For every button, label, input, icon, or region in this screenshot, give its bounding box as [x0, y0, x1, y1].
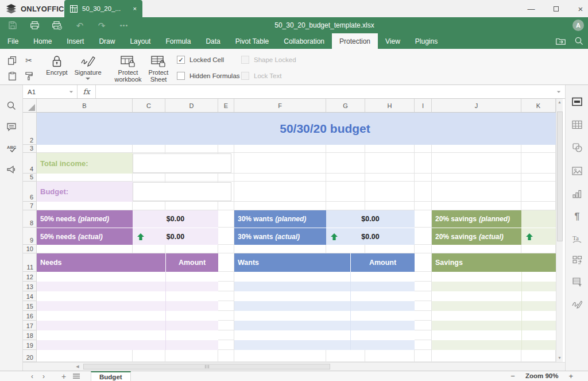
table-row[interactable] — [234, 291, 415, 301]
grid-cell[interactable] — [415, 245, 432, 253]
grid-cell[interactable] — [37, 350, 133, 362]
needs-planned-value-cell[interactable]: $0.00 — [133, 210, 218, 228]
tab-plugins[interactable]: Plugins — [408, 33, 445, 49]
column-header-C[interactable]: C — [133, 99, 165, 113]
grid-cell[interactable] — [415, 311, 432, 321]
grid-cell[interactable] — [165, 174, 218, 182]
image-settings-icon[interactable] — [572, 166, 582, 176]
table-row[interactable] — [432, 301, 556, 311]
table-settings-icon[interactable] — [572, 120, 582, 130]
column-header-G[interactable]: G — [326, 99, 365, 113]
redo-button[interactable]: ↷ — [96, 20, 107, 31]
tab-draw[interactable]: Draw — [91, 33, 122, 49]
cell-settings-icon[interactable] — [572, 97, 582, 107]
grid-cell[interactable] — [365, 182, 415, 202]
row-header-17[interactable]: 17 — [23, 321, 37, 330]
row-header-13[interactable]: 13 — [23, 282, 37, 291]
grid-cell[interactable] — [218, 245, 234, 253]
savings-actual-label-cell[interactable]: 20% savings(actual) — [432, 228, 521, 245]
grid-cell[interactable] — [432, 245, 521, 253]
vertical-scrollbar-thumb[interactable] — [557, 111, 563, 241]
sheet-title-cell[interactable]: 50/30/20 budget — [37, 113, 556, 145]
grid-cell[interactable] — [521, 182, 556, 202]
scroll-left-icon[interactable]: ◀ — [74, 363, 82, 370]
grid-cell[interactable] — [365, 245, 415, 253]
grid-cell[interactable] — [218, 340, 234, 350]
grid-cell[interactable] — [234, 174, 326, 182]
grid-cell[interactable] — [234, 202, 326, 210]
grid-cell[interactable] — [521, 350, 556, 362]
grid-cell[interactable] — [218, 145, 234, 153]
total-income-label-cell[interactable]: Total income: — [37, 153, 133, 174]
table-row[interactable] — [234, 330, 415, 340]
grid-cell[interactable] — [218, 272, 234, 282]
wants-amount-header[interactable]: Amount — [350, 253, 415, 272]
wants-planned-label-cell[interactable]: 30% wants(planned) — [234, 210, 326, 228]
tab-file[interactable]: File — [0, 33, 26, 49]
grid-cell[interactable] — [432, 174, 521, 182]
add-sheet-button[interactable]: + — [57, 371, 70, 381]
table-row[interactable] — [37, 311, 218, 321]
grid-cell[interactable] — [415, 228, 432, 245]
copy-button[interactable] — [5, 53, 20, 67]
table-row[interactable] — [37, 330, 218, 340]
grid-cell[interactable] — [234, 350, 326, 362]
wants-actual-label-cell[interactable]: 30% wants(actual) — [234, 228, 326, 245]
next-sheet-button[interactable]: › — [38, 371, 49, 381]
spellcheck-icon[interactable]: ABC — [6, 143, 17, 153]
grid-cell[interactable] — [415, 253, 432, 272]
grid-cell[interactable] — [415, 282, 432, 291]
scroll-down-icon[interactable]: ▼ — [556, 355, 563, 361]
row-header-19[interactable]: 19 — [23, 340, 37, 350]
grid-cell[interactable] — [218, 321, 234, 330]
column-header-H[interactable]: H — [365, 99, 415, 113]
grid-cell[interactable] — [432, 350, 521, 362]
grid-cell[interactable] — [218, 174, 234, 182]
table-row[interactable] — [432, 340, 556, 350]
tab-pivot-table[interactable]: Pivot Table — [228, 33, 276, 49]
column-header-I[interactable]: I — [415, 99, 432, 113]
expand-formula-bar-button[interactable] — [552, 85, 565, 98]
row-header-9[interactable]: 9 — [23, 228, 37, 245]
row-header-8[interactable]: 8 — [23, 210, 37, 228]
table-row[interactable] — [432, 282, 556, 291]
format-painter-button[interactable] — [21, 69, 36, 83]
table-row[interactable] — [37, 282, 218, 291]
grid-cell[interactable] — [326, 174, 365, 182]
grid-cell[interactable] — [234, 245, 326, 253]
column-header-B[interactable]: B — [37, 99, 133, 113]
tab-collaboration[interactable]: Collaboration — [276, 33, 332, 49]
locked-cell-checkbox[interactable]: ✓Locked Cell — [177, 56, 224, 64]
maximize-button[interactable] — [546, 0, 566, 17]
savings-planned-label-cell[interactable]: 20% savings(planned) — [432, 210, 521, 228]
table-row[interactable] — [37, 321, 218, 330]
grid-cell[interactable] — [37, 145, 133, 153]
grid-cell[interactable] — [326, 153, 365, 174]
save-button[interactable] — [7, 20, 18, 31]
grid-cell[interactable] — [365, 202, 415, 210]
row-header-6[interactable]: 6 — [23, 182, 37, 202]
needs-actual-value-cell[interactable]: $0.00 — [133, 228, 218, 245]
grid-cell[interactable] — [218, 301, 234, 311]
savings-actual-value-cell[interactable] — [521, 228, 556, 245]
savings-planned-value-cell[interactable] — [521, 210, 556, 228]
chart-settings-icon[interactable] — [572, 188, 582, 199]
tab-home[interactable]: Home — [26, 33, 59, 49]
table-row[interactable] — [432, 291, 556, 301]
undo-button[interactable]: ↶ — [74, 20, 86, 31]
customize-toolbar-button[interactable]: ••• — [118, 20, 130, 31]
grid-cell[interactable] — [218, 228, 234, 245]
grid-cell[interactable] — [415, 182, 432, 202]
zoom-in-button[interactable]: + — [568, 372, 573, 380]
grid-cell[interactable] — [133, 174, 165, 182]
vertical-scrollbar[interactable]: ▲ ▼ — [556, 99, 563, 362]
tab-layout[interactable]: Layout — [122, 33, 158, 49]
grid-cell[interactable] — [415, 202, 432, 210]
cell-name-box[interactable]: A1 — [23, 85, 78, 98]
grid-cell[interactable] — [218, 291, 234, 301]
grid-cell[interactable] — [218, 210, 234, 228]
cut-button[interactable]: ✂ — [21, 53, 36, 67]
needs-amount-header[interactable]: Amount — [165, 253, 218, 272]
search-icon[interactable] — [6, 101, 17, 111]
wants-actual-value-cell[interactable]: $0.00 — [326, 228, 415, 245]
